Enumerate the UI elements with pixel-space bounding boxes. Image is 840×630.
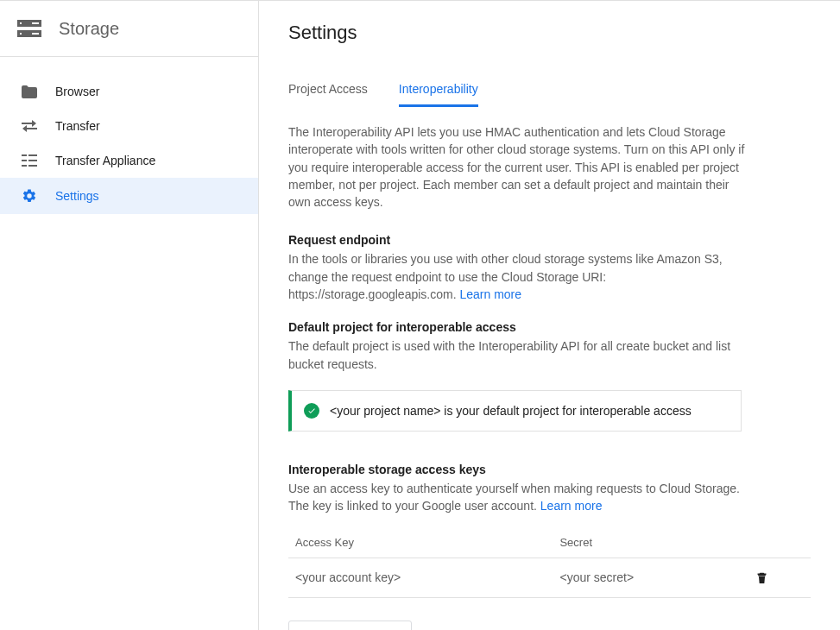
svg-rect-4	[32, 22, 39, 24]
default-project-callout: <your project name> is your default proj…	[288, 390, 742, 432]
transfer-appliance-icon	[21, 154, 38, 167]
learn-more-link[interactable]: Learn more	[540, 499, 603, 513]
sidebar-item-browser[interactable]: Browser	[0, 74, 258, 109]
cell-access-key: <your account key>	[288, 558, 553, 597]
col-secret: Secret	[553, 527, 747, 558]
svg-rect-5	[32, 33, 39, 35]
table-row: <your account key> <your secret>	[288, 558, 811, 597]
access-keys-table: Access Key Secret <your account key> <yo…	[288, 527, 811, 598]
svg-rect-3	[20, 33, 22, 35]
sidebar-nav: Browser Transfer Transfer Appliance Sett…	[0, 57, 258, 214]
storage-icon	[17, 18, 41, 39]
gear-icon	[21, 188, 38, 204]
product-title: Storage	[59, 19, 119, 39]
tab-interoperability[interactable]: Interoperability	[399, 82, 478, 107]
col-access-key: Access Key	[288, 527, 553, 558]
request-endpoint-heading: Request endpoint	[288, 233, 811, 247]
main-content: Settings Project Access Interoperability…	[259, 1, 840, 630]
sidebar-item-label: Browser	[55, 85, 99, 98]
browser-icon	[21, 85, 38, 98]
default-project-heading: Default project for interoperable access	[288, 320, 811, 334]
callout-project-name: <your project name>	[330, 404, 440, 418]
tab-project-access[interactable]: Project Access	[288, 82, 368, 107]
cell-secret: <your secret>	[553, 558, 747, 597]
sidebar-item-label: Settings	[55, 189, 99, 203]
request-endpoint-text: In the tools or libraries you use with o…	[288, 250, 755, 303]
sidebar-header: Storage	[0, 1, 258, 57]
access-keys-text: Use an access key to authenticate yourse…	[288, 480, 755, 515]
page-title: Settings	[288, 22, 811, 44]
access-keys-body: Use an access key to authenticate yourse…	[288, 482, 740, 513]
sidebar-item-settings[interactable]: Settings	[0, 178, 258, 214]
sidebar: Storage Browser Transfer Transfer Applia…	[0, 1, 259, 630]
sidebar-item-label: Transfer	[55, 119, 100, 133]
sidebar-item-label: Transfer Appliance	[55, 154, 155, 167]
sidebar-item-transfer[interactable]: Transfer	[0, 109, 258, 143]
sidebar-item-transfer-appliance[interactable]: Transfer Appliance	[0, 143, 258, 178]
callout-text: <your project name> is your default proj…	[330, 404, 692, 418]
interop-intro: The Interoperability API lets you use HM…	[288, 123, 755, 211]
check-icon	[304, 403, 319, 419]
delete-key-button[interactable]	[755, 570, 804, 585]
svg-rect-2	[20, 22, 22, 24]
create-key-button[interactable]: Create a new key	[288, 621, 412, 630]
default-project-text: The default project is used with the Int…	[288, 337, 755, 373]
callout-suffix: is your default project for interoperabl…	[440, 404, 691, 418]
tabs: Project Access Interoperability	[288, 82, 811, 108]
transfer-icon	[21, 119, 38, 133]
learn-more-link[interactable]: Learn more	[459, 287, 521, 301]
access-keys-heading: Interoperable storage access keys	[288, 463, 811, 476]
